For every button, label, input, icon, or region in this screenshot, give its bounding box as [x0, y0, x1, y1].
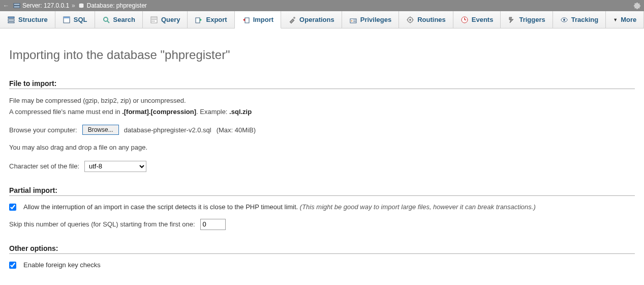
svg-rect-12	[151, 19, 157, 20]
svg-rect-14	[196, 18, 200, 23]
database-icon	[78, 2, 85, 9]
tab-privileges[interactable]: Privileges	[342, 11, 399, 28]
max-size: (Max: 40MiB)	[217, 126, 256, 134]
svg-rect-5	[8, 22, 14, 23]
fk-label: Enable foreign key checks	[23, 261, 101, 269]
tab-routines[interactable]: Routines	[399, 11, 453, 28]
tab-label: Triggers	[519, 16, 545, 23]
tab-label: Import	[253, 16, 273, 23]
privileges-icon	[349, 16, 357, 24]
hint-text: (This might be good way to import large …	[300, 203, 536, 211]
tab-tracking[interactable]: Tracking	[553, 11, 606, 28]
allow-interrupt-checkbox[interactable]	[9, 204, 16, 211]
gear-icon[interactable]	[633, 2, 641, 9]
file-compress-note: File may be compressed (gzip, bzip2, zip…	[9, 96, 635, 105]
section-other-title: Other options:	[9, 244, 635, 254]
routines-icon	[406, 16, 414, 24]
page-title: Importing into the database "phpregister…	[9, 48, 635, 62]
tab-search[interactable]: Search	[95, 11, 143, 28]
main-content: Importing into the database "phpregister…	[0, 28, 644, 285]
browse-row: Browse your computer: Browse... database…	[9, 125, 635, 135]
tab-events[interactable]: Events	[453, 11, 501, 28]
nav-tabs: Structure SQL Search Query Export Import…	[0, 11, 644, 28]
skip-label: Skip this number of queries (for SQL) st…	[9, 220, 195, 228]
import-icon	[242, 16, 250, 24]
dragdrop-note: You may also drag and drop a file on any…	[9, 143, 635, 152]
breadcrumb-database-link[interactable]: phpregister	[116, 2, 147, 9]
search-icon	[102, 16, 110, 24]
tab-label: Export	[206, 16, 227, 23]
file-name-format-note: A compressed file's name must end in .[f…	[9, 107, 635, 117]
query-icon	[150, 16, 158, 24]
tab-triggers[interactable]: Triggers	[501, 11, 553, 28]
dropdown-caret-icon: ▼	[613, 17, 618, 22]
export-icon	[195, 16, 203, 24]
section-partial-title: Partial import:	[9, 186, 635, 196]
svg-rect-7	[64, 17, 70, 18]
charset-select[interactable]: utf-8	[84, 161, 146, 172]
tab-label: SQL	[74, 16, 87, 23]
fk-checkbox[interactable]	[9, 262, 16, 269]
svg-point-16	[293, 17, 295, 19]
svg-point-8	[104, 17, 108, 21]
svg-point-31	[563, 19, 565, 21]
allow-interrupt-label: Allow the interruption of an import in c…	[23, 203, 536, 211]
breadcrumb-database-label: Database:	[87, 2, 115, 9]
operations-icon	[288, 16, 296, 24]
format-bold: .[format].[compression]	[122, 108, 196, 116]
svg-line-9	[107, 21, 109, 23]
tab-export[interactable]: Export	[188, 11, 234, 28]
svg-point-18	[351, 20, 352, 21]
svg-point-22	[409, 19, 411, 21]
back-arrow-icon[interactable]: ←	[3, 2, 9, 9]
breadcrumb-separator: »	[72, 2, 75, 9]
text: A compressed file's name must end in	[9, 108, 122, 116]
tab-label: Privileges	[360, 16, 391, 23]
breadcrumb-bar: ← Server: 127.0.0.1 » Database: phpregis…	[0, 0, 644, 11]
tab-operations[interactable]: Operations	[281, 11, 342, 28]
tab-import[interactable]: Import	[235, 11, 281, 28]
example-bold: .sql.zip	[229, 108, 252, 116]
svg-rect-13	[151, 21, 155, 21]
tab-more[interactable]: ▼ More	[606, 11, 644, 28]
svg-rect-11	[151, 18, 157, 18]
tab-label: More	[621, 16, 636, 23]
tab-sql[interactable]: SQL	[55, 11, 95, 28]
fk-row: Enable foreign key checks	[9, 261, 635, 269]
svg-rect-19	[353, 20, 356, 20]
browse-label: Browse your computer:	[9, 126, 77, 134]
svg-rect-15	[245, 18, 249, 23]
skip-row: Skip this number of queries (for SQL) st…	[9, 219, 635, 230]
charset-row: Character set of the file: utf-8	[9, 161, 635, 172]
structure-icon	[7, 16, 15, 24]
tab-label: Routines	[417, 16, 446, 23]
tab-label: Structure	[18, 16, 48, 23]
events-icon	[461, 16, 469, 24]
breadcrumb-server-link[interactable]: 127.0.0.1	[44, 2, 69, 9]
browse-button[interactable]: Browse...	[82, 125, 119, 135]
tab-label: Events	[472, 16, 494, 23]
section-file-title: File to import:	[9, 79, 635, 89]
svg-rect-20	[353, 21, 356, 22]
tab-label: Operations	[299, 16, 334, 23]
text: . Example:	[196, 108, 229, 116]
tab-label: Query	[161, 16, 180, 23]
svg-rect-1	[14, 6, 20, 8]
svg-rect-3	[8, 17, 14, 18]
skip-number-input[interactable]	[200, 219, 226, 230]
server-icon	[13, 2, 20, 9]
tab-label: Search	[113, 16, 135, 23]
text: Allow the interruption of an import in c…	[23, 203, 300, 211]
svg-rect-4	[8, 19, 14, 21]
svg-rect-0	[14, 4, 20, 5]
tab-structure[interactable]: Structure	[0, 11, 55, 28]
tab-label: Tracking	[571, 16, 598, 23]
tab-query[interactable]: Query	[143, 11, 188, 28]
sql-icon	[63, 16, 71, 24]
breadcrumb-server-label: Server:	[22, 2, 42, 9]
triggers-icon	[508, 16, 516, 24]
charset-label: Character set of the file:	[9, 162, 79, 170]
selected-filename: database-phpregister-v2.0.sql	[124, 126, 211, 134]
allow-interrupt-row: Allow the interruption of an import in c…	[9, 203, 635, 211]
tracking-icon	[560, 16, 568, 24]
